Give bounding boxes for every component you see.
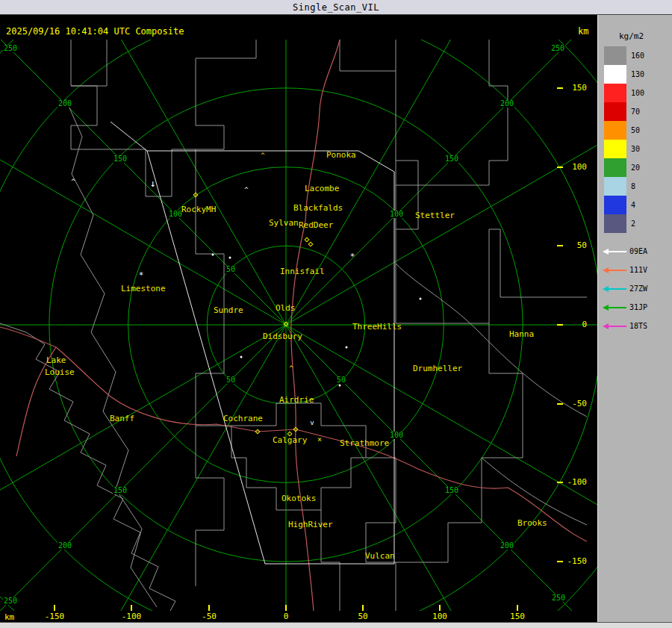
right-axis-label: 150 — [561, 84, 587, 92]
scale-row: 30 — [604, 140, 644, 158]
station-dot-icon — [420, 298, 422, 300]
bottom-axis-label: -150 — [38, 612, 71, 621]
right-axis-label: -50 — [561, 400, 587, 408]
storm-track-arrow-icon — [603, 267, 626, 274]
storm-track-id: 31JP — [629, 303, 647, 311]
city-label: Okotoks — [281, 494, 316, 503]
ring-distance-label: 150 — [444, 487, 459, 494]
storm-track-legend: 09EA111V27ZW31JP18TS — [603, 242, 647, 335]
scale-swatch — [604, 121, 626, 140]
city-label: Lake — [46, 356, 66, 364]
app-window: Single_Scan_VIL 2025/09/16 10:41:04 UTC … — [0, 0, 672, 628]
axis-ticks — [55, 88, 563, 611]
storm-track-item: 27ZW — [603, 279, 647, 298]
ring-distance-label: 150 — [113, 487, 128, 494]
scale-row: 4 — [604, 196, 644, 214]
storm-track-arrow-icon — [603, 248, 626, 255]
scale-value: 2 — [631, 220, 635, 228]
city-label: Louise — [45, 368, 75, 376]
storm-track-id: 111V — [629, 266, 647, 274]
caret-marker-icon: ^ — [244, 187, 248, 193]
right-axis-label: 100 — [561, 163, 587, 171]
ring-distance-label: 200 — [500, 100, 514, 108]
window-titlebar: Single_Scan_VIL — [0, 0, 672, 15]
city-label: Calgary — [273, 436, 307, 444]
caret-down-marker-icon: v — [310, 420, 314, 426]
scale-row: 160 — [604, 46, 644, 65]
city-label: Stettler — [415, 211, 455, 220]
city-label: Cochrane — [223, 414, 263, 423]
ring-distance-label: 100 — [389, 211, 404, 218]
scale-row: 2 — [604, 214, 644, 233]
city-label: Airdrie — [279, 396, 314, 404]
ring-distance-label: 250 — [551, 594, 566, 602]
storm-track-item: 18TS — [603, 317, 647, 335]
radar-map[interactable]: 5010015020025010015020025050150200250501… — [0, 40, 597, 611]
station-dot-icon — [212, 254, 214, 256]
scale-swatch — [604, 140, 626, 158]
bottom-axis-label: -100 — [115, 612, 148, 621]
bottom-axis-unit: km — [4, 612, 14, 622]
timestamp-label: 2025/09/16 10:41:04 UTC Composite — [6, 26, 184, 37]
ring-distance-label: 200 — [57, 100, 72, 108]
city-label: ThreeHills — [352, 323, 402, 331]
scale-swatch — [604, 214, 626, 233]
station-dot-icon — [229, 257, 231, 259]
right-axis-label: -100 — [561, 478, 587, 486]
storm-track-item: 31JP — [603, 298, 647, 317]
ring-distance-label: 150 — [444, 155, 459, 163]
storm-track-arrow-icon — [603, 285, 626, 293]
bottom-axis-label: 0 — [270, 612, 302, 621]
city-label: Drumheller — [413, 364, 462, 373]
scale-row: 8 — [604, 177, 644, 196]
scale-swatch — [604, 158, 626, 177]
legend-unit: kg/m2 — [619, 31, 644, 41]
city-label: Banff — [110, 414, 134, 423]
ring-distance-label: 250 — [550, 45, 565, 52]
ring-distance-label: 200 — [57, 542, 72, 550]
bottom-bar — [0, 622, 672, 628]
city-label: Sylvan — [269, 219, 299, 227]
scale-value: 160 — [631, 52, 644, 60]
right-axis-label: -150 — [561, 557, 587, 565]
city-label: Brooks — [517, 519, 547, 527]
scale-row: 130 — [604, 65, 644, 84]
scale-swatch — [604, 102, 626, 121]
scale-row: 50 — [604, 121, 644, 140]
station-dot-icon — [240, 356, 243, 358]
city-label: RockyMH — [181, 205, 216, 214]
caret-marker-icon: ^ — [261, 152, 264, 159]
bottom-axis-label: 50 — [346, 612, 379, 621]
caret-marker-icon: ^ — [289, 365, 293, 372]
scale-value: 4 — [631, 201, 635, 209]
scale-value: 70 — [631, 108, 640, 116]
ring-distance-label: 250 — [3, 45, 18, 52]
city-label: Hanna — [509, 330, 534, 338]
city-label: Ponoka — [326, 151, 356, 159]
scale-swatch — [604, 177, 626, 196]
right-axis-label: 50 — [561, 241, 587, 249]
asterisk-marker-icon: * — [350, 252, 355, 261]
storm-track-id: 09EA — [629, 247, 647, 255]
city-label: Sundre — [214, 306, 243, 314]
right-axis-label: 0 — [561, 320, 587, 329]
storm-track-id: 18TS — [629, 322, 647, 330]
bottom-axis-label: 100 — [423, 612, 456, 621]
storm-track-id: 27ZW — [629, 285, 647, 293]
city-label: Lacombe — [305, 184, 339, 193]
right-axis-unit: km — [578, 26, 588, 37]
city-label: Strathmore — [340, 439, 389, 447]
asterisk-marker-icon: * — [139, 271, 144, 279]
city-label: HighRiver — [288, 520, 333, 529]
scale-value: 50 — [631, 126, 640, 134]
city-label: RedDeer — [299, 221, 333, 229]
ring-distance-label: 250 — [3, 597, 18, 605]
bottom-axis-label: 150 — [501, 612, 534, 621]
x-marker-icon: × — [317, 436, 322, 444]
city-label: Limestone — [121, 285, 166, 293]
city-label: Olds — [276, 304, 296, 312]
station-dot-icon — [346, 346, 348, 349]
station-dot-icon — [339, 385, 341, 387]
ring-distance-label: 50 — [225, 266, 236, 273]
ring-distance-label: 100 — [389, 432, 404, 439]
